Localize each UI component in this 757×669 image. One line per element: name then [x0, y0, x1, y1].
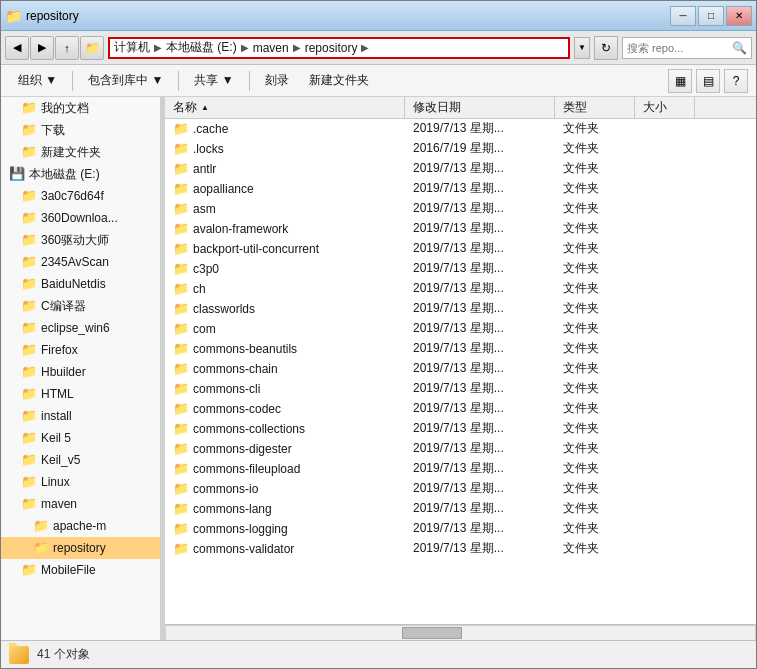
folder-nav-icon: 📁	[85, 41, 100, 55]
folder-icon-0: 📁	[21, 101, 37, 115]
file-row[interactable]: 📁avalon-framework2019/7/13 星期...文件夹	[165, 219, 756, 239]
path-arrow-1: ▶	[154, 42, 162, 53]
address-dropdown[interactable]: ▼	[574, 37, 590, 59]
close-button[interactable]: ✕	[726, 6, 752, 26]
file-name-18: commons-io	[193, 482, 258, 496]
minimize-button[interactable]: ─	[670, 6, 696, 26]
sidebar-item-5[interactable]: 📁360Downloa...	[1, 207, 160, 229]
file-row[interactable]: 📁commons-fileupload2019/7/13 星期...文件夹	[165, 459, 756, 479]
search-input[interactable]	[627, 42, 730, 54]
file-row[interactable]: 📁antlr2019/7/13 星期...文件夹	[165, 159, 756, 179]
file-row[interactable]: 📁commons-digester2019/7/13 星期...文件夹	[165, 439, 756, 459]
file-row[interactable]: 📁commons-codec2019/7/13 星期...文件夹	[165, 399, 756, 419]
col-size-label: 大小	[643, 99, 667, 116]
back-button[interactable]: ◀	[5, 36, 29, 60]
file-row[interactable]: 📁classworlds2019/7/13 星期...文件夹	[165, 299, 756, 319]
sidebar-item-11[interactable]: 📁Firefox	[1, 339, 160, 361]
help-button[interactable]: ?	[724, 69, 748, 93]
file-row[interactable]: 📁aopalliance2019/7/13 星期...文件夹	[165, 179, 756, 199]
sidebar-item-10[interactable]: 📁eclipse_win6	[1, 317, 160, 339]
sidebar-item-6[interactable]: 📁360驱动大师	[1, 229, 160, 251]
file-row[interactable]: 📁commons-chain2019/7/13 星期...文件夹	[165, 359, 756, 379]
h-scroll-thumb[interactable]	[402, 627, 462, 639]
sidebar-item-label-12: Hbuilder	[41, 365, 86, 379]
file-folder-icon-1: 📁	[173, 141, 189, 156]
file-row[interactable]: 📁.locks2016/7/19 星期...文件夹	[165, 139, 756, 159]
file-folder-icon-3: 📁	[173, 181, 189, 196]
sidebar-item-20[interactable]: 📁repository	[1, 537, 160, 559]
file-cell-name-0: 📁.cache	[165, 121, 405, 136]
new-folder-button[interactable]: 新建文件夹	[300, 68, 378, 94]
file-cell-name-13: 📁commons-cli	[165, 381, 405, 396]
sidebar-item-12[interactable]: 📁Hbuilder	[1, 361, 160, 383]
sidebar-item-18[interactable]: 📁maven	[1, 493, 160, 515]
file-cell-name-9: 📁classworlds	[165, 301, 405, 316]
file-folder-icon-17: 📁	[173, 461, 189, 476]
search-icon: 🔍	[732, 41, 747, 55]
file-folder-icon-15: 📁	[173, 421, 189, 436]
sidebar-item-14[interactable]: 📁install	[1, 405, 160, 427]
file-row[interactable]: 📁commons-collections2019/7/13 星期...文件夹	[165, 419, 756, 439]
file-folder-icon-13: 📁	[173, 381, 189, 396]
horizontal-scrollbar[interactable]	[165, 624, 756, 640]
sidebar-item-label-4: 3a0c76d64f	[41, 189, 104, 203]
file-row[interactable]: 📁commons-validator2019/7/13 星期...文件夹	[165, 539, 756, 559]
sidebar-item-0[interactable]: 📁我的文档	[1, 97, 160, 119]
col-header-date[interactable]: 修改日期	[405, 97, 555, 118]
file-cell-type-21: 文件夹	[555, 540, 635, 557]
library-button[interactable]: 包含到库中 ▼	[79, 68, 172, 94]
sidebar-item-13[interactable]: 📁HTML	[1, 383, 160, 405]
burn-button[interactable]: 刻录	[256, 68, 298, 94]
sidebar-item-label-2: 新建文件夹	[41, 144, 101, 161]
col-header-name[interactable]: 名称 ▲	[165, 97, 405, 118]
address-path[interactable]: 计算机 ▶ 本地磁盘 (E:) ▶ maven ▶ repository ▶	[108, 37, 570, 59]
file-row[interactable]: 📁com2019/7/13 星期...文件夹	[165, 319, 756, 339]
sidebar-item-16[interactable]: 📁Keil_v5	[1, 449, 160, 471]
sidebar-item-3[interactable]: 💾本地磁盘 (E:)	[1, 163, 160, 185]
sidebar-item-2[interactable]: 📁新建文件夹	[1, 141, 160, 163]
file-folder-icon-11: 📁	[173, 341, 189, 356]
sidebar-item-9[interactable]: 📁C编译器	[1, 295, 160, 317]
sidebar-item-label-7: 2345AvScan	[41, 255, 109, 269]
file-cell-name-20: 📁commons-logging	[165, 521, 405, 536]
col-header-size[interactable]: 大小	[635, 97, 695, 118]
file-row[interactable]: 📁.cache2019/7/13 星期...文件夹	[165, 119, 756, 139]
sidebar-item-7[interactable]: 📁2345AvScan	[1, 251, 160, 273]
file-row[interactable]: 📁commons-lang2019/7/13 星期...文件夹	[165, 499, 756, 519]
file-row[interactable]: 📁commons-cli2019/7/13 星期...文件夹	[165, 379, 756, 399]
sidebar-item-label-15: Keil 5	[41, 431, 71, 445]
file-cell-type-7: 文件夹	[555, 260, 635, 277]
search-box[interactable]: 🔍	[622, 37, 752, 59]
folder-icon-11: 📁	[21, 343, 37, 357]
refresh-button[interactable]: ↻	[594, 36, 618, 60]
sidebar-item-17[interactable]: 📁Linux	[1, 471, 160, 493]
share-button[interactable]: 共享 ▼	[185, 68, 242, 94]
sidebar-item-15[interactable]: 📁Keil 5	[1, 427, 160, 449]
file-row[interactable]: 📁asm2019/7/13 星期...文件夹	[165, 199, 756, 219]
file-row[interactable]: 📁backport-util-concurrent2019/7/13 星期...…	[165, 239, 756, 259]
sidebar-item-1[interactable]: 📁下载	[1, 119, 160, 141]
file-row[interactable]: 📁commons-beanutils2019/7/13 星期...文件夹	[165, 339, 756, 359]
view-list-button[interactable]: ▤	[696, 69, 720, 93]
file-cell-type-20: 文件夹	[555, 520, 635, 537]
forward-button[interactable]: ▶	[30, 36, 54, 60]
view-toggle-button[interactable]: ▦	[668, 69, 692, 93]
maximize-button[interactable]: □	[698, 6, 724, 26]
up-icon: ↑	[64, 42, 70, 54]
file-folder-icon-2: 📁	[173, 161, 189, 176]
folder-button[interactable]: 📁	[80, 36, 104, 60]
file-row[interactable]: 📁commons-logging2019/7/13 星期...文件夹	[165, 519, 756, 539]
sidebar-item-label-10: eclipse_win6	[41, 321, 110, 335]
col-header-type[interactable]: 类型	[555, 97, 635, 118]
sidebar-item-8[interactable]: 📁BaiduNetdis	[1, 273, 160, 295]
window-title: repository	[26, 9, 79, 23]
sidebar-item-21[interactable]: 📁MobileFile	[1, 559, 160, 581]
status-folder-icon	[9, 646, 29, 664]
up-button[interactable]: ↑	[55, 36, 79, 60]
organize-button[interactable]: 组织 ▼	[9, 68, 66, 94]
file-row[interactable]: 📁c3p02019/7/13 星期...文件夹	[165, 259, 756, 279]
sidebar-item-19[interactable]: 📁apache-m	[1, 515, 160, 537]
file-row[interactable]: 📁commons-io2019/7/13 星期...文件夹	[165, 479, 756, 499]
file-row[interactable]: 📁ch2019/7/13 星期...文件夹	[165, 279, 756, 299]
sidebar-item-4[interactable]: 📁3a0c76d64f	[1, 185, 160, 207]
